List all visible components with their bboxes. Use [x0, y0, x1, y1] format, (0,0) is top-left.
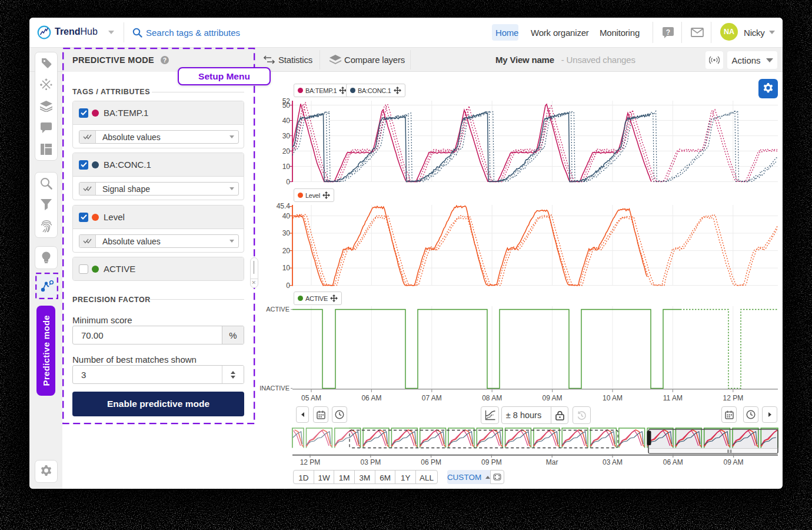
- svg-text:INACTIVE: INACTIVE: [259, 385, 289, 392]
- svg-text:20: 20: [282, 147, 291, 155]
- svg-text:40: 40: [282, 212, 291, 220]
- svg-text:20: 20: [282, 247, 291, 255]
- svg-text:40: 40: [282, 117, 291, 125]
- svg-text:05 AM: 05 AM: [301, 394, 321, 402]
- svg-text:10: 10: [282, 264, 291, 272]
- svg-text:0: 0: [286, 281, 290, 290]
- svg-text:09 PM: 09 PM: [481, 458, 502, 466]
- svg-text:09 AM: 09 AM: [724, 458, 744, 466]
- svg-text:11 AM: 11 AM: [663, 394, 683, 402]
- svg-text:10 AM: 10 AM: [603, 394, 623, 402]
- svg-text:?: ?: [666, 28, 670, 37]
- svg-text:30: 30: [282, 132, 291, 140]
- svg-text:06 AM: 06 AM: [361, 394, 381, 402]
- svg-text:45.4: 45.4: [277, 202, 291, 210]
- svg-text:12 PM: 12 PM: [300, 458, 321, 466]
- svg-text:06 PM: 06 PM: [421, 458, 441, 466]
- svg-text:10: 10: [282, 163, 291, 171]
- svg-text:0: 0: [286, 178, 290, 186]
- svg-text:08 AM: 08 AM: [482, 394, 502, 402]
- svg-text:03 AM: 03 AM: [603, 458, 623, 466]
- svg-text:03 PM: 03 PM: [360, 458, 381, 466]
- svg-text:ACTIVE: ACTIVE: [266, 306, 289, 313]
- svg-text:52: 52: [282, 97, 291, 105]
- svg-text:06 AM: 06 AM: [663, 458, 683, 466]
- svg-text:12 PM: 12 PM: [723, 394, 743, 402]
- svg-text:07 AM: 07 AM: [422, 394, 442, 402]
- svg-text:30: 30: [282, 229, 291, 237]
- svg-text:Mar: Mar: [546, 458, 558, 466]
- svg-text:09 AM: 09 AM: [543, 394, 563, 402]
